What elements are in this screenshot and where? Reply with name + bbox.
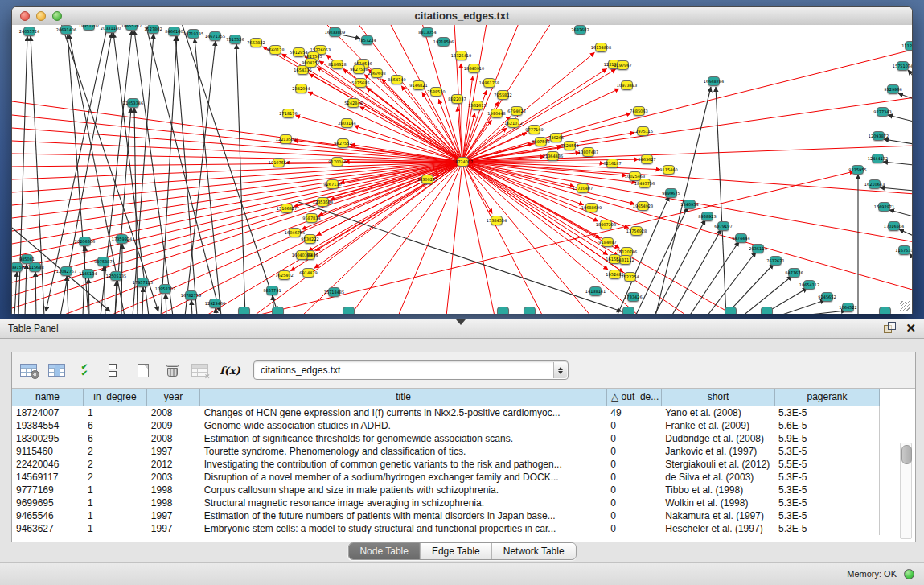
split-pane-divider-handle[interactable] <box>456 319 466 325</box>
vertical-scrollbar[interactable] <box>900 443 912 539</box>
graph-node[interactable]: 7955812 <box>497 90 509 100</box>
graph-edge[interactable] <box>115 108 131 314</box>
graph-node[interactable]: 6914479 <box>302 268 314 278</box>
graph-node[interactable]: 12975115 <box>637 126 649 136</box>
graph-node[interactable]: 9463627 <box>641 154 653 164</box>
graph-node[interactable]: 20331140 <box>105 25 117 33</box>
graph-edge[interactable] <box>462 162 912 194</box>
graph-node[interactable]: 15718485 <box>328 287 340 297</box>
column-header-pagerank[interactable]: pagerank <box>775 389 880 406</box>
graph-node[interactable]: 7857224 <box>361 35 373 45</box>
graph-node[interactable]: 12093872 <box>873 131 885 141</box>
graph-node[interactable]: 16648784 <box>708 76 720 86</box>
table-row[interactable]: 1872400712008Changes of HCN gene express… <box>12 406 879 419</box>
graph-node[interactable]: 18640910 <box>468 64 480 73</box>
column-header-in_degree[interactable]: in_degree <box>84 389 147 406</box>
table-combobox[interactable]: citations_edges.txt <box>253 360 569 380</box>
graph-node[interactable]: 9115460 <box>663 165 675 175</box>
table-row[interactable]: 946362711997Embryonic stem cells: a mode… <box>12 522 879 535</box>
graph-node[interactable]: 9170046 <box>331 157 343 167</box>
graph-node[interactable]: 21053346 <box>127 98 139 108</box>
graph-node[interactable]: 15166827 <box>281 204 293 213</box>
table-row[interactable]: 911546021997Tourette syndrome. Phenomeno… <box>12 445 879 458</box>
graph-edge[interactable] <box>88 278 89 314</box>
graph-node[interactable]: 15751074 <box>897 61 909 71</box>
graph-node[interactable]: 1362615 <box>471 101 483 110</box>
graph-node[interactable]: 15384554 <box>491 216 503 225</box>
graph-node[interactable]: 8822037 <box>451 94 463 104</box>
graph-node[interactable]: 7522254 <box>624 272 636 282</box>
graph-node[interactable]: 15720407 <box>577 183 589 193</box>
graph-node[interactable]: 1990448 <box>491 109 503 118</box>
graph-edge[interactable] <box>340 35 360 39</box>
graph-node[interactable]: 2342004 <box>295 84 307 93</box>
graph-edge[interactable] <box>889 210 912 216</box>
delete-button[interactable] <box>162 358 183 382</box>
graph-node[interactable]: 9146821 <box>413 80 425 90</box>
graph-edge[interactable] <box>145 25 220 311</box>
graph-node[interactable]: 5875685 <box>355 78 367 88</box>
graph-edge[interactable] <box>31 36 44 314</box>
column-header-title[interactable]: title <box>200 389 607 406</box>
graph-node[interactable]: 18351207 <box>83 25 95 31</box>
graph-node[interactable]: 16961758 <box>483 78 495 88</box>
graph-node[interactable]: 13756928 <box>630 226 643 236</box>
graph-node[interactable]: 9899675 <box>665 188 677 198</box>
graph-node[interactable]: 1733426 <box>627 292 639 302</box>
graph-edge[interactable] <box>142 287 143 314</box>
graph-edge[interactable] <box>883 162 912 165</box>
graph-node[interactable]: 17957255 <box>137 278 149 287</box>
graph-node[interactable]: 9267130 <box>326 179 339 189</box>
graph-node[interactable]: 18495756 <box>639 179 651 188</box>
graph-node[interactable]: 7632621 <box>770 256 782 266</box>
table-row[interactable]: 1456911722003Disruption of a novel membe… <box>12 471 879 484</box>
graph-edge[interactable] <box>654 220 705 314</box>
graph-edge[interactable] <box>462 146 912 162</box>
graph-node[interactable]: 5912954 <box>293 47 305 57</box>
graph-node[interactable]: 7485063 <box>633 106 645 116</box>
graph-node[interactable]: 12353594 <box>317 197 329 207</box>
graph-edge[interactable] <box>778 300 825 314</box>
graph-node[interactable]: 2803144 <box>341 118 353 128</box>
graph-node[interactable]: 21364436 <box>547 151 559 161</box>
graph-node[interactable]: 1167533 <box>898 245 910 255</box>
graph-node[interactable] <box>622 307 634 314</box>
graph-edge[interactable] <box>166 294 166 314</box>
table-row[interactable]: 969969511998Structural magnetic resonanc… <box>12 496 879 509</box>
scrollbar-thumb[interactable] <box>901 445 912 464</box>
graph-edge[interactable] <box>795 311 846 314</box>
graph-node[interactable]: 7625402 <box>278 270 290 280</box>
graph-edge[interactable] <box>191 300 192 314</box>
graph-edge[interactable] <box>35 272 36 314</box>
graph-node[interactable]: 9827508 <box>353 64 365 74</box>
graph-node[interactable]: 9587834 <box>306 213 318 223</box>
graph-node[interactable]: 9804352 <box>305 58 317 68</box>
graph-edge[interactable] <box>175 36 197 314</box>
graph-node[interactable] <box>524 307 536 314</box>
unselect-all-button[interactable] <box>102 358 123 382</box>
column-header-out_degree[interactable]: △ out_de... <box>607 389 662 406</box>
graph-node[interactable]: 6216187 <box>606 159 618 168</box>
graph-node[interactable]: 1527802 <box>147 25 159 34</box>
graph-node[interactable]: 19218506 <box>437 37 450 47</box>
graph-node[interactable]: 7588520 <box>430 87 442 97</box>
graph-node[interactable]: 16040399 <box>296 250 308 260</box>
window-titlebar[interactable]: citations_edges.txt <box>12 7 912 26</box>
graph-node[interactable]: 19654923 <box>637 201 649 211</box>
graph-node[interactable]: 14671355 <box>209 31 221 41</box>
column-select-button[interactable] <box>46 358 67 382</box>
graph-node[interactable]: 18907293 <box>600 220 612 229</box>
graph-node[interactable]: 746266 <box>550 133 562 142</box>
graph-edge[interactable] <box>671 229 721 314</box>
graph-node[interactable]: 9184087 <box>602 237 614 247</box>
graph-hub-node[interactable]: 18724007 <box>457 157 469 167</box>
graph-node[interactable]: 17359924 <box>116 234 128 244</box>
graph-node[interactable]: 10958107 <box>159 284 171 294</box>
graph-node[interactable]: 10719135 <box>187 29 199 39</box>
graph-node[interactable]: 9329966 <box>887 84 899 94</box>
delete-table-button[interactable]: ✕ <box>189 358 210 382</box>
graph-node[interactable] <box>343 307 355 314</box>
graph-edge[interactable] <box>25 264 27 314</box>
graph-node[interactable]: 2687682 <box>574 25 586 35</box>
graph-node[interactable]: 8471676 <box>788 268 800 278</box>
